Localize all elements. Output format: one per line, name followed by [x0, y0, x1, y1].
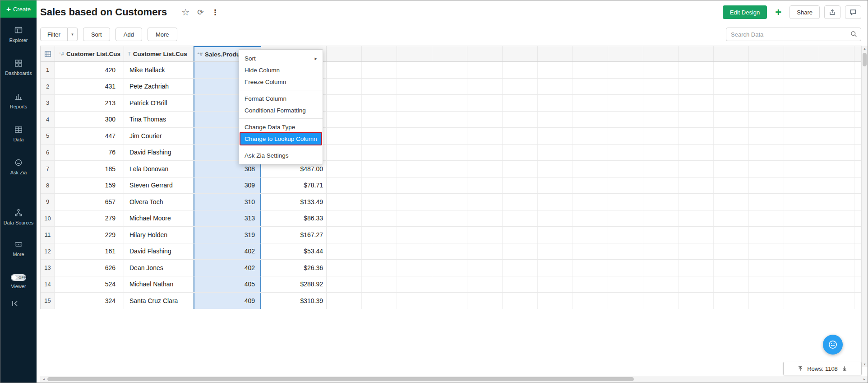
cell-customer-id[interactable]: 447	[55, 128, 124, 144]
menu-item-freeze-column[interactable]: Freeze Column	[239, 76, 323, 88]
cell-sales-amount[interactable]: $167.27	[261, 227, 327, 243]
cell-customer-id[interactable]: 185	[55, 161, 124, 177]
cell-sales-amount[interactable]: $288.92	[261, 276, 327, 293]
scroll-down-icon[interactable]: ▾	[862, 362, 868, 366]
search-input[interactable]	[726, 28, 861, 41]
refresh-icon[interactable]: ⟳	[197, 8, 203, 17]
sidebar-item-explorer[interactable]: Explorer	[1, 26, 36, 43]
cell-customer-name[interactable]: Michael Nathan	[124, 276, 194, 293]
cell-customer-id[interactable]: 161	[55, 243, 124, 260]
row-number-cell[interactable]: 14	[41, 276, 55, 293]
cell-customer-name[interactable]: David Flashing	[124, 145, 194, 161]
zia-chat-button[interactable]	[823, 335, 843, 355]
sidebar-item-data[interactable]: Data	[1, 125, 36, 143]
menu-item-format-column[interactable]: Format Column	[239, 93, 323, 104]
cell-customer-id[interactable]: 420	[55, 62, 124, 78]
edit-design-button[interactable]: Edit Design	[723, 5, 767, 19]
cell-sales-product[interactable]: 313	[194, 210, 261, 227]
cell-sales-product[interactable]: 409	[194, 293, 261, 309]
add-new-button[interactable]: +	[771, 5, 785, 19]
sidebar-item-data-sources[interactable]: Data Sources	[1, 208, 36, 226]
sort-button[interactable]: Sort	[83, 28, 110, 41]
cell-sales-amount[interactable]: $78.71	[261, 177, 327, 194]
cell-customer-id[interactable]: 213	[55, 95, 124, 111]
row-number-cell[interactable]: 13	[41, 260, 55, 276]
cell-customer-name[interactable]: Michael Moore	[124, 210, 194, 227]
menu-item-ask-zia-settings[interactable]: Ask Zia Settings	[239, 149, 323, 161]
scroll-up-icon[interactable]: ▴	[862, 47, 868, 51]
select-all-corner-cell[interactable]	[41, 46, 55, 61]
cell-customer-id[interactable]: 279	[55, 210, 124, 227]
viewer-toggle[interactable]: OFF	[11, 274, 26, 281]
sidebar-item-dashboards[interactable]: Dashboards	[1, 59, 36, 76]
cell-customer-id[interactable]: 657	[55, 194, 124, 210]
cell-customer-name[interactable]: Santa Cruz Clara	[124, 293, 194, 309]
cell-customer-name[interactable]: Jim Courier	[124, 128, 194, 144]
cell-customer-id[interactable]: 324	[55, 293, 124, 309]
cell-customer-id[interactable]: 159	[55, 177, 124, 194]
vertical-scrollbar[interactable]: ▴ ▾	[861, 46, 868, 367]
column-header-2[interactable]: TCustomer List.Cus	[124, 46, 194, 61]
cell-customer-id[interactable]: 626	[55, 260, 124, 276]
favorite-star-icon[interactable]: ☆	[181, 7, 189, 18]
menu-item-hide-column[interactable]: Hide Column	[239, 64, 323, 76]
row-number-cell[interactable]: 9	[41, 194, 55, 210]
row-number-cell[interactable]: 12	[41, 243, 55, 260]
sidebar-item-more[interactable]: More	[1, 240, 36, 257]
cell-customer-name[interactable]: Mike Ballack	[124, 62, 194, 78]
export-button[interactable]	[824, 5, 840, 19]
menu-item-conditional-formatting[interactable]: Conditional Formatting	[239, 104, 323, 116]
collapse-sidebar-icon[interactable]	[11, 300, 18, 308]
create-button[interactable]: + Create	[0, 0, 37, 18]
cell-customer-name[interactable]: Hilary Holden	[124, 227, 194, 243]
horizontal-scrollbar[interactable]: ◂ ▸	[40, 376, 868, 382]
row-number-cell[interactable]: 11	[41, 227, 55, 243]
cell-sales-amount[interactable]: $86.33	[261, 210, 327, 227]
menu-item-change-data-type[interactable]: Change Data Type	[239, 121, 323, 133]
menu-item-sort[interactable]: Sort▸	[239, 52, 323, 64]
menu-item-change-to-lookup-column[interactable]: Change to Lookup Column	[240, 133, 321, 145]
filter-dropdown-icon[interactable]: ▾	[68, 28, 78, 41]
cell-customer-name[interactable]: Patrick O'Brill	[124, 95, 194, 111]
cell-customer-name[interactable]: Lela Donovan	[124, 161, 194, 177]
horizontal-scrollbar-thumb[interactable]	[47, 377, 634, 381]
cell-customer-name[interactable]: Dean Jones	[124, 260, 194, 276]
comments-button[interactable]	[845, 5, 861, 19]
scroll-left-icon[interactable]: ◂	[40, 377, 47, 381]
row-number-cell[interactable]: 10	[41, 210, 55, 227]
cell-customer-name[interactable]: Tina Thomas	[124, 112, 194, 128]
scroll-right-icon[interactable]: ▸	[861, 377, 868, 381]
cell-sales-amount[interactable]: $133.49	[261, 194, 327, 210]
row-number-cell[interactable]: 3	[41, 95, 55, 111]
row-number-cell[interactable]: 8	[41, 177, 55, 194]
cell-sales-product[interactable]: 405	[194, 276, 261, 293]
scroll-to-bottom-icon[interactable]	[842, 366, 847, 371]
cell-sales-product[interactable]: 310	[194, 194, 261, 210]
cell-sales-amount[interactable]: $310.39	[261, 293, 327, 309]
cell-customer-id[interactable]: 431	[55, 79, 124, 95]
cell-customer-name[interactable]: David Flashing	[124, 243, 194, 260]
row-number-cell[interactable]: 15	[41, 293, 55, 309]
vertical-scrollbar-thumb[interactable]	[863, 53, 867, 66]
cell-customer-name[interactable]: Olvera Toch	[124, 194, 194, 210]
cell-sales-amount[interactable]: $53.44	[261, 243, 327, 260]
row-number-cell[interactable]: 1	[41, 62, 55, 78]
scroll-to-top-icon[interactable]	[798, 366, 803, 371]
cell-sales-product[interactable]: 319	[194, 227, 261, 243]
cell-sales-product[interactable]: 402	[194, 243, 261, 260]
row-number-cell[interactable]: 2	[41, 79, 55, 95]
cell-sales-product[interactable]: 309	[194, 177, 261, 194]
sidebar-item-reports[interactable]: Reports	[1, 92, 36, 110]
sidebar-item-viewer[interactable]: OFFViewer	[1, 274, 36, 290]
column-header-1[interactable]: ⁺#Customer List.Cus	[55, 46, 124, 61]
add-button[interactable]: Add	[115, 28, 142, 41]
cell-customer-name[interactable]: Steven Gerrard	[124, 177, 194, 194]
more-button[interactable]: More	[148, 28, 177, 41]
cell-customer-id[interactable]: 229	[55, 227, 124, 243]
cell-customer-id[interactable]: 524	[55, 276, 124, 293]
row-number-cell[interactable]: 7	[41, 161, 55, 177]
cell-customer-name[interactable]: Pete Zachriah	[124, 79, 194, 95]
sidebar-item-ask-zia[interactable]: Ask Zia	[1, 158, 36, 176]
filter-button[interactable]: Filter	[40, 28, 68, 41]
row-number-cell[interactable]: 5	[41, 128, 55, 144]
